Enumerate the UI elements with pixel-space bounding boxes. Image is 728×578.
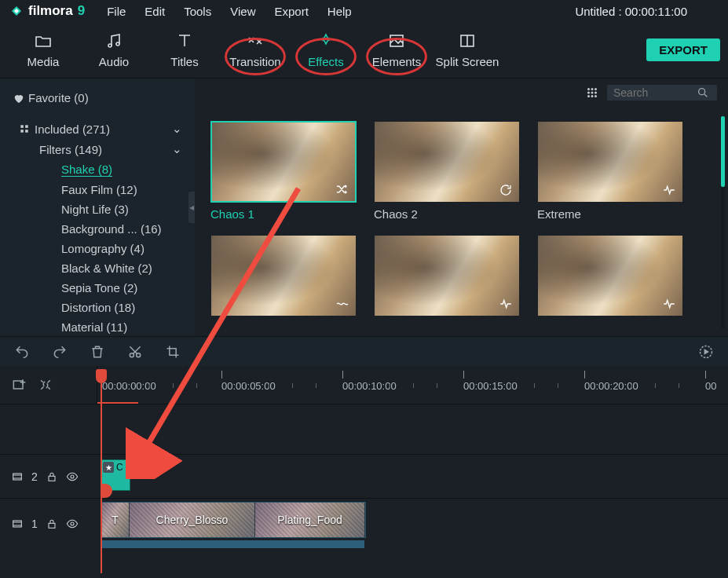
unlink-icon[interactable] bbox=[38, 377, 53, 393]
tab-effects[interactable]: Effects bbox=[291, 31, 361, 68]
timeline-left-tools bbox=[0, 366, 97, 404]
render-preview-icon[interactable] bbox=[698, 344, 714, 360]
clip-segment[interactable]: Plating_Food bbox=[255, 503, 365, 537]
clip-segment[interactable]: T bbox=[101, 503, 130, 537]
timeline-ruler[interactable]: 00:00:00:00 00:00:05:00 00:00:10:00 00:0… bbox=[97, 366, 728, 404]
document-title: Untitled : 00:00:11:00 bbox=[575, 5, 719, 18]
svg-point-14 bbox=[591, 92, 594, 94]
eye-icon[interactable] bbox=[66, 518, 79, 530]
sidebar-item-nightlife[interactable]: Night Life (3) bbox=[0, 199, 195, 219]
undo-icon[interactable] bbox=[14, 344, 30, 360]
main-area: Favorite (0) Included (271) ⌄ Filters (1… bbox=[0, 79, 728, 336]
video-clip[interactable]: T Cherry_Blosso Plating_Food bbox=[101, 502, 366, 538]
scrollbar-thumb[interactable] bbox=[721, 116, 725, 187]
playhead[interactable] bbox=[101, 369, 102, 573]
sidebar-item-background[interactable]: Background ... (16) bbox=[0, 219, 195, 239]
sidebar-item-label: Distortion (18) bbox=[61, 301, 135, 314]
app-logo: filmora9 bbox=[9, 3, 85, 19]
sidebar-item-lomography[interactable]: Lomography (4) bbox=[0, 239, 195, 258]
delete-icon[interactable] bbox=[90, 344, 105, 360]
track-header: 1 bbox=[0, 499, 97, 548]
menu-edit[interactable]: Edit bbox=[145, 5, 165, 18]
title-bar: filmora9 File Edit Tools View Export Hel… bbox=[0, 0, 728, 22]
effect-thumb[interactable]: Chaos 2 bbox=[374, 121, 520, 221]
svg-rect-28 bbox=[49, 523, 55, 528]
effect-thumb[interactable] bbox=[374, 235, 520, 316]
add-track-icon[interactable] bbox=[11, 377, 27, 393]
tab-elements[interactable]: Elements bbox=[361, 31, 432, 68]
effects-grid: Chaos 1 Chaos 2 Extreme bbox=[195, 107, 728, 331]
tab-transition[interactable]: Transition bbox=[220, 31, 291, 68]
clip-label: Plating_Food bbox=[277, 514, 342, 526]
fx-clip-label: C bbox=[116, 462, 123, 473]
sidebar-included-label: Included (271) bbox=[35, 123, 110, 136]
svg-point-18 bbox=[594, 95, 597, 97]
pulse-icon bbox=[662, 183, 676, 197]
svg-point-11 bbox=[591, 88, 594, 90]
effect-preview bbox=[537, 121, 683, 203]
track-number: 1 bbox=[31, 518, 38, 530]
menu-file[interactable]: File bbox=[107, 5, 126, 18]
sidebar-item-material[interactable]: Material (11) bbox=[0, 317, 195, 336]
tab-audio[interactable]: Audio bbox=[79, 31, 149, 68]
menu-tools[interactable]: Tools bbox=[184, 5, 211, 18]
eye-icon[interactable] bbox=[66, 470, 79, 483]
sidebar-item-shake[interactable]: Shake (8) bbox=[0, 159, 195, 180]
effect-thumb[interactable]: Extreme bbox=[537, 121, 683, 221]
ruler-mark: 00:00:00:00 bbox=[102, 380, 156, 392]
sidebar-filters[interactable]: Filters (149) ⌄ bbox=[0, 139, 195, 159]
menu-help[interactable]: Help bbox=[327, 5, 352, 18]
sidebar-favorite[interactable]: Favorite (0) bbox=[0, 85, 195, 111]
track-body[interactable]: T Cherry_Blosso Plating_Food bbox=[97, 499, 728, 548]
refresh-icon bbox=[499, 183, 513, 197]
tab-media[interactable]: Media bbox=[8, 31, 79, 68]
svg-rect-7 bbox=[25, 125, 28, 128]
content-toolbar bbox=[195, 79, 728, 107]
search-box[interactable] bbox=[607, 85, 717, 101]
clip-label: T bbox=[112, 514, 119, 526]
grid-icon bbox=[19, 123, 30, 134]
tab-splitscreen[interactable]: Split Screen bbox=[432, 31, 503, 68]
menu-export[interactable]: Export bbox=[274, 5, 308, 18]
svg-point-26 bbox=[71, 475, 74, 478]
search-input[interactable] bbox=[613, 86, 692, 99]
effect-label: Chaos 1 bbox=[210, 207, 357, 221]
export-button[interactable]: EXPORT bbox=[646, 38, 720, 61]
sidebar-collapse-handle[interactable] bbox=[188, 192, 195, 223]
crop-icon[interactable] bbox=[165, 344, 181, 360]
svg-point-12 bbox=[594, 88, 597, 90]
filmstrip-icon bbox=[11, 518, 24, 530]
effect-thumb[interactable] bbox=[537, 235, 683, 316]
sidebar-item-fauxfilm[interactable]: Faux Film (12) bbox=[0, 180, 195, 199]
track-body[interactable]: ★ C bbox=[97, 455, 728, 498]
svg-rect-25 bbox=[49, 476, 55, 481]
sidebar-item-label: Night Life (3) bbox=[61, 203, 129, 216]
lock-icon[interactable] bbox=[46, 518, 58, 530]
timeline-toolbar bbox=[0, 336, 728, 366]
sidebar-item-sepia[interactable]: Sepia Tone (2) bbox=[0, 278, 195, 298]
grid-view-icon[interactable] bbox=[585, 86, 599, 100]
svg-rect-6 bbox=[20, 125, 24, 128]
redo-icon[interactable] bbox=[52, 344, 68, 360]
menu-bar: File Edit Tools View Export Help bbox=[107, 5, 352, 18]
menu-view[interactable]: View bbox=[230, 5, 255, 18]
shuffle-icon bbox=[335, 182, 349, 196]
sidebar-item-label: Material (11) bbox=[61, 320, 127, 334]
scrollbar[interactable] bbox=[721, 116, 725, 328]
svg-rect-9 bbox=[25, 130, 28, 133]
fx-clip[interactable]: ★ C bbox=[101, 459, 130, 491]
sidebar-item-blackwhite[interactable]: Black & White (2) bbox=[0, 258, 195, 278]
tab-titles[interactable]: Titles bbox=[149, 31, 220, 68]
effect-thumb[interactable] bbox=[210, 235, 357, 316]
cut-icon[interactable] bbox=[127, 344, 143, 360]
clip-handle[interactable] bbox=[101, 484, 112, 498]
tab-effects-label: Effects bbox=[308, 55, 344, 68]
tab-transition-label: Transition bbox=[229, 55, 280, 68]
effect-label: Chaos 2 bbox=[374, 207, 520, 221]
effect-thumb[interactable]: Chaos 1 bbox=[210, 121, 357, 221]
svg-point-15 bbox=[594, 92, 597, 94]
lock-icon[interactable] bbox=[46, 470, 58, 483]
clip-segment[interactable]: Cherry_Blosso bbox=[130, 503, 255, 537]
sidebar-item-distortion[interactable]: Distortion (18) bbox=[0, 298, 195, 317]
sidebar-included[interactable]: Included (271) ⌄ bbox=[0, 119, 195, 139]
